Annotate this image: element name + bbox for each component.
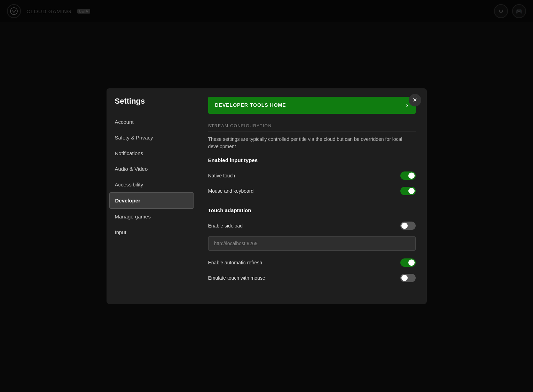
sidebar-item-input-label: Input (115, 229, 126, 235)
native-touch-label: Native touch (208, 173, 235, 178)
main-content: DEVELOPER TOOLS HOME › STREAM CONFIGURAT… (197, 88, 427, 304)
sidebar-item-accessibility-label: Accessibility (115, 182, 143, 187)
developer-tools-home-button[interactable]: DEVELOPER TOOLS HOME › (208, 97, 416, 114)
sidebar-item-audio-video-label: Audio & Video (115, 166, 148, 172)
enable-auto-refresh-label: Enable automatic refresh (208, 260, 262, 265)
sidebar-item-audio-video[interactable]: Audio & Video (107, 161, 197, 177)
sidebar-item-manage-games[interactable]: Manage games (107, 209, 197, 224)
enable-sideload-toggle[interactable] (400, 222, 416, 230)
sidebar-item-account[interactable]: Account (107, 114, 197, 130)
stream-config-section: STREAM CONFIGURATION These settings are … (208, 123, 416, 286)
emulate-touch-row: Emulate touch with mouse (208, 270, 416, 286)
mouse-keyboard-toggle[interactable] (400, 187, 416, 195)
settings-title: Settings (107, 97, 197, 114)
stream-config-desc: These settings are typically controlled … (208, 136, 416, 150)
sidebar-item-input[interactable]: Input (107, 224, 197, 240)
settings-modal: ✕ Settings Account Safety & Privacy Noti… (107, 88, 427, 304)
chevron-right-icon: › (406, 102, 409, 109)
enable-auto-refresh-row: Enable automatic refresh (208, 255, 416, 270)
mouse-keyboard-knob (408, 188, 415, 194)
close-icon: ✕ (413, 97, 417, 103)
native-touch-row: Native touch (208, 168, 416, 183)
emulate-touch-toggle[interactable] (400, 274, 416, 282)
sidebar-item-developer[interactable]: Developer (109, 192, 194, 209)
enable-auto-refresh-toggle[interactable] (400, 258, 416, 267)
touch-adaptation-label: Touch adaptation (208, 207, 416, 213)
settings-sidebar: Settings Account Safety & Privacy Notifi… (107, 88, 197, 304)
mouse-keyboard-label: Mouse and keyboard (208, 188, 254, 194)
sidebar-item-manage-games-label: Manage games (115, 214, 151, 219)
emulate-touch-label: Emulate touch with mouse (208, 275, 265, 281)
localhost-url-input[interactable] (208, 236, 416, 251)
stream-config-header: STREAM CONFIGURATION (208, 123, 416, 131)
sidebar-item-notifications[interactable]: Notifications (107, 145, 197, 161)
close-button[interactable]: ✕ (409, 94, 421, 106)
sidebar-item-accessibility[interactable]: Accessibility (107, 177, 197, 192)
native-touch-knob (408, 173, 415, 179)
mouse-keyboard-row: Mouse and keyboard (208, 183, 416, 199)
enable-auto-refresh-knob (408, 259, 415, 266)
enable-sideload-label: Enable sideload (208, 223, 243, 229)
modal-overlay: ✕ Settings Account Safety & Privacy Noti… (0, 0, 533, 392)
section-divider (208, 201, 416, 202)
enable-sideload-knob (401, 223, 408, 229)
sidebar-item-safety-privacy[interactable]: Safety & Privacy (107, 130, 197, 145)
enabled-input-types-label: Enabled input types (208, 157, 416, 163)
sidebar-item-developer-label: Developer (115, 198, 141, 203)
sidebar-item-notifications-label: Notifications (115, 150, 143, 156)
sidebar-item-safety-privacy-label: Safety & Privacy (115, 135, 153, 141)
sidebar-item-account-label: Account (115, 119, 134, 125)
emulate-touch-knob (401, 275, 408, 281)
enable-sideload-row: Enable sideload (208, 218, 416, 233)
dev-tools-label: DEVELOPER TOOLS HOME (215, 102, 286, 108)
native-touch-toggle[interactable] (400, 171, 416, 180)
